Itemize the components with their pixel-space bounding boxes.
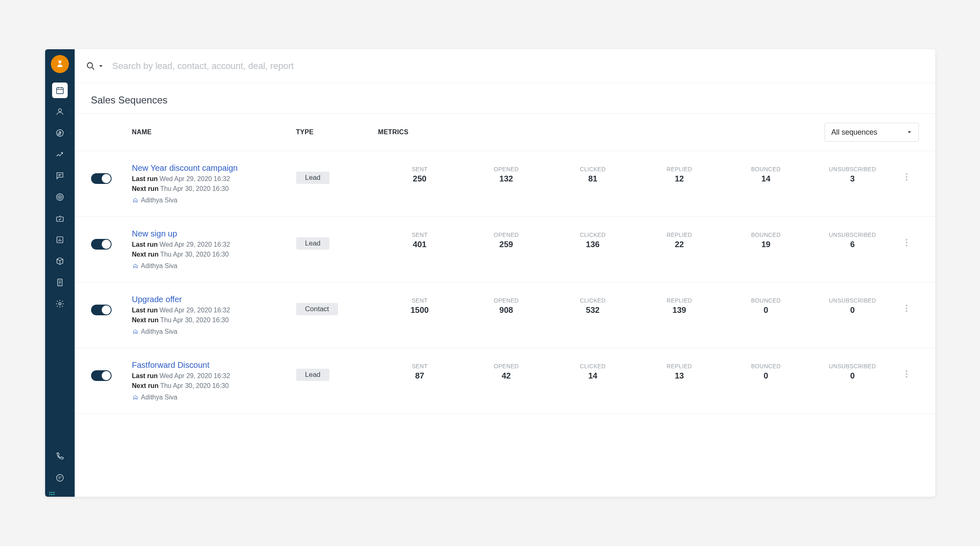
sidebar-item-settings[interactable]: ⋮ (45, 293, 75, 314)
sidebar-item-chat[interactable] (45, 467, 75, 489)
svg-rect-1 (56, 88, 63, 94)
row-more-actions[interactable] (906, 239, 907, 246)
type-badge: Lead (296, 237, 330, 250)
column-header-metrics: METRICS (378, 128, 820, 136)
owner-line: Adithya Siva (132, 262, 296, 270)
search-icon[interactable] (86, 62, 95, 71)
owner-icon (132, 263, 139, 269)
svg-point-0 (58, 61, 61, 63)
owner-line: Adithya Siva (132, 197, 296, 204)
sequence-name-link[interactable]: New sign up (132, 229, 296, 239)
metric-clicked: CLICKED 14 (551, 363, 635, 381)
global-search-input[interactable] (112, 61, 924, 71)
sidebar-item-documents[interactable] (45, 272, 75, 293)
metric-opened: OPENED 132 (465, 166, 548, 184)
svg-point-10 (59, 303, 61, 305)
next-run-line: Next runThu Apr 30, 2020 16:30 (132, 317, 296, 324)
row-more-actions[interactable] (906, 370, 907, 378)
metric-replied: REPLIED 12 (638, 166, 721, 184)
sequence-name-link[interactable]: New Year discount campaign (132, 163, 296, 173)
svg-point-6 (59, 197, 60, 198)
sidebar-item-deals[interactable]: ⋮ (45, 122, 75, 144)
owner-icon (132, 394, 139, 401)
main-content: Sales Sequences NAME TYPE METRICS All se… (75, 49, 935, 497)
sequence-name-link[interactable]: Fastforward Discount (132, 360, 296, 370)
svg-point-11 (56, 475, 63, 482)
metric-bounced: BOUNCED 0 (724, 297, 808, 315)
sequence-name-link[interactable]: Upgrade offer (132, 295, 296, 304)
sequence-row: New Year discount campaign Last runWed A… (75, 151, 935, 217)
metric-sent: SENT 1500 (378, 297, 461, 315)
sidebar: ⋮ ⋮ ⋮ (45, 49, 75, 497)
chevron-down-icon (907, 130, 912, 135)
metric-unsubscribed: UNSUBSCRIBED 0 (811, 297, 894, 315)
metric-replied: REPLIED 139 (638, 297, 721, 315)
metric-clicked: CLICKED 136 (551, 232, 635, 249)
owner-icon (132, 328, 139, 335)
sequence-row: Upgrade offer Last runWed Apr 29, 2020 1… (75, 282, 935, 348)
filter-sequences-dropdown[interactable]: All sequences (825, 123, 919, 142)
sidebar-item-contacts[interactable]: ⋮ (45, 101, 75, 122)
next-run-line: Next runThu Apr 30, 2020 16:30 (132, 185, 296, 193)
sequence-toggle[interactable] (91, 305, 112, 315)
last-run-line: Last runWed Apr 29, 2020 16:32 (132, 241, 296, 248)
submenu-dots-icon: ⋮ (69, 132, 72, 134)
sidebar-item-phone[interactable] (45, 446, 75, 467)
svg-point-12 (87, 62, 92, 68)
app-window: ⋮ ⋮ ⋮ (45, 49, 935, 497)
metric-clicked: CLICKED 532 (551, 297, 635, 315)
svg-point-2 (58, 109, 61, 112)
row-more-actions[interactable] (906, 173, 907, 181)
metric-unsubscribed: UNSUBSCRIBED 3 (811, 166, 894, 184)
brand-logo[interactable] (51, 55, 69, 73)
metric-unsubscribed: UNSUBSCRIBED 6 (811, 232, 894, 249)
row-more-actions[interactable] (906, 305, 907, 312)
owner-line: Adithya Siva (132, 328, 296, 335)
type-badge: Lead (296, 369, 330, 381)
sequence-toggle[interactable] (91, 239, 112, 250)
sequence-row: New sign up Last runWed Apr 29, 2020 16:… (75, 217, 935, 282)
resize-grip-icon (49, 492, 55, 495)
sequence-row: Fastforward Discount Last runWed Apr 29,… (75, 348, 935, 414)
sidebar-item-products[interactable] (45, 250, 75, 272)
search-dropdown-icon[interactable] (98, 64, 103, 69)
owner-line: Adithya Siva (132, 394, 296, 401)
svg-point-5 (58, 195, 62, 199)
last-run-line: Last runWed Apr 29, 2020 16:32 (132, 175, 296, 183)
sidebar-item-analytics[interactable] (45, 144, 75, 165)
last-run-line: Last runWed Apr 29, 2020 16:32 (132, 372, 296, 380)
page-title: Sales Sequences (75, 83, 935, 114)
metric-unsubscribed: UNSUBSCRIBED 0 (811, 363, 894, 381)
svg-point-4 (56, 194, 63, 201)
sidebar-item-goals[interactable] (45, 186, 75, 208)
metric-sent: SENT 401 (378, 232, 461, 249)
sequence-toggle[interactable] (91, 173, 112, 184)
sidebar-item-conversations[interactable] (45, 165, 75, 186)
type-badge: Lead (296, 172, 330, 184)
metric-sent: SENT 250 (378, 166, 461, 184)
submenu-dots-icon: ⋮ (69, 111, 72, 112)
sequence-toggle[interactable] (91, 370, 112, 381)
metric-opened: OPENED 259 (465, 232, 548, 249)
sidebar-item-calendar[interactable] (45, 80, 75, 101)
metric-sent: SENT 87 (378, 363, 461, 381)
column-header-name: NAME (132, 128, 296, 136)
metric-bounced: BOUNCED 0 (724, 363, 808, 381)
next-run-line: Next runThu Apr 30, 2020 16:30 (132, 251, 296, 258)
owner-icon (132, 197, 139, 204)
metric-bounced: BOUNCED 19 (724, 232, 808, 249)
filter-selected-label: All sequences (832, 128, 877, 137)
type-badge: Contact (296, 303, 338, 315)
metric-replied: REPLIED 22 (638, 232, 721, 249)
submenu-dots-icon: ⋮ (69, 303, 72, 305)
metric-replied: REPLIED 13 (638, 363, 721, 381)
last-run-line: Last runWed Apr 29, 2020 16:32 (132, 307, 296, 314)
metric-clicked: CLICKED 81 (551, 166, 635, 184)
next-run-line: Next runThu Apr 30, 2020 16:30 (132, 382, 296, 390)
topbar (75, 49, 935, 83)
sidebar-item-campaigns[interactable] (45, 208, 75, 229)
sidebar-item-reports[interactable] (45, 229, 75, 250)
metric-opened: OPENED 42 (465, 363, 548, 381)
table-header: NAME TYPE METRICS All sequences (75, 114, 935, 151)
metric-opened: OPENED 908 (465, 297, 548, 315)
